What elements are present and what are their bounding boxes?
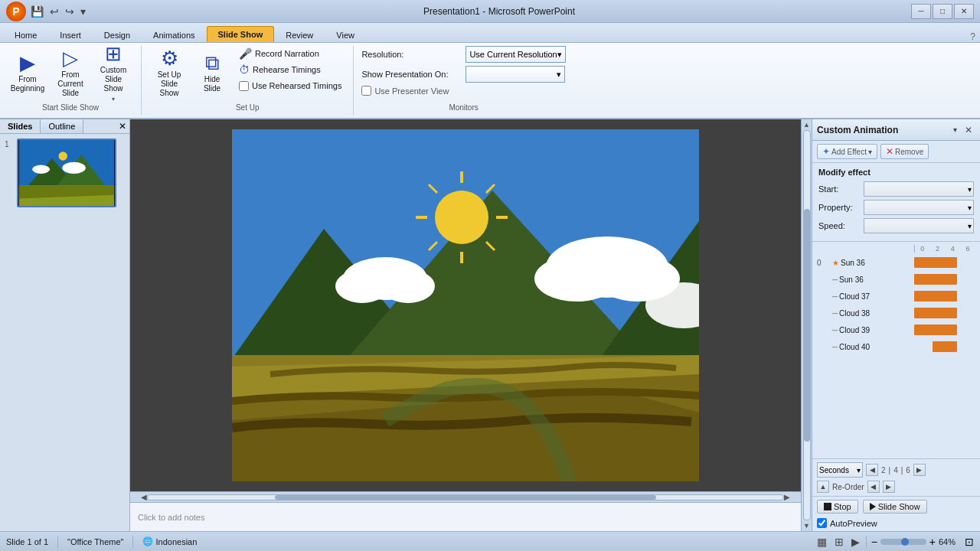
left-panel: Slides Outline ✕ 1 [0,119,130,531]
use-presenter-view-row[interactable]: Use Presenter View [361,86,565,96]
status-right: ▦ ⊞ ▶ − + 64% ⊡ [815,536,974,548]
save-button[interactable]: 💾 [29,4,45,19]
panel-close-button[interactable]: ✕ [116,119,129,133]
slide-info: Slide 1 of 1 [6,537,48,546]
svg-point-33 [577,240,653,279]
add-effect-button[interactable]: ✦ Add Effect ▾ [817,144,877,159]
speed-select[interactable]: ▾ [864,218,974,233]
show-on-select[interactable]: ▾ [466,66,565,83]
anim-item-sun36-2[interactable]: ─ Sun 36 [812,271,980,288]
play-icon [870,503,876,510]
property-select[interactable]: ▾ [864,200,974,215]
resolution-select[interactable]: Use Current Resolution ▾ [466,46,565,63]
zoom-thumb[interactable] [901,538,909,546]
tab-insert[interactable]: Insert [48,27,93,42]
slide-show-play-button[interactable]: Slide Show [863,500,927,514]
slides-tab[interactable]: Slides [0,119,41,133]
zoom-in-button[interactable]: + [929,536,936,548]
record-narration-button[interactable]: 🎤 Record Narration [235,46,345,61]
horizontal-scrollbar[interactable]: ◀ ▶ [130,491,801,502]
vertical-scrollbar[interactable]: ▲ ▼ [801,119,812,531]
custom-slide-show-button[interactable]: ⊞ CustomSlide Show ▾ [93,46,133,98]
custom-animation-header: Custom Animation ▾ ✕ [812,119,980,141]
panel-collapse-button[interactable]: ▾ [948,123,962,137]
canvas-area: ◀ ▶ Click to add notes [130,119,801,531]
timeline-controls: Seconds ▾ ◀ 2 | 4 | 6 ▶ ▲ Re-Order ◀ ▶ [812,458,980,496]
tab-animations[interactable]: Animations [142,27,206,42]
notes-area[interactable]: Click to add notes [130,502,801,531]
cloud40-icon: ─ [832,343,838,351]
from-beginning-button[interactable]: ▶ FromBeginning [8,46,47,98]
normal-view-button[interactable]: ▦ [815,536,828,548]
zoom-out-button[interactable]: − [871,536,877,548]
hide-slide-button[interactable]: ⧉ HideSlide [192,46,232,98]
start-row: Start: ▾ [818,181,974,197]
slide-show-label: Slide Show [878,502,920,511]
zoom-slider[interactable] [880,539,926,545]
anim-item-cloud40[interactable]: ─ Cloud 40 [812,338,980,355]
anim-bar-fill-cloud39 [914,324,957,335]
reorder-prev-button[interactable]: ◀ [867,481,880,493]
panel-close-button-right[interactable]: ✕ [962,123,975,137]
slide-canvas[interactable] [130,119,801,491]
reorder-label: Re-Order [832,483,864,491]
maximize-button[interactable]: □ [933,4,952,19]
anim-name-sun36-2: Sun 36 [839,276,914,284]
anim-bar-sun36-1 [914,257,975,268]
h-scroll-track[interactable] [147,494,784,500]
add-effect-arrow: ▾ [868,148,872,156]
property-select-arrow: ▾ [968,204,972,212]
undo-button[interactable]: ↩ [48,4,60,19]
autopreview-checkbox[interactable] [817,518,827,528]
svg-point-16 [435,191,488,244]
anim-order-0: 0 [817,259,832,267]
reorder-up-button[interactable]: ▲ [817,481,829,493]
language-indicator[interactable]: 🌐 Indonesian [142,536,197,546]
tab-home[interactable]: Home [3,27,48,42]
anim-item-cloud39[interactable]: ─ Cloud 39 [812,321,980,338]
tab-design[interactable]: Design [93,27,142,42]
reorder-next-button[interactable]: ▶ [883,481,895,493]
redo-button[interactable]: ↪ [64,4,76,19]
from-current-slide-button[interactable]: ▷ FromCurrent Slide [51,46,90,98]
rehearse-timings-button[interactable]: ⏱ Rehearse Timings [235,62,345,77]
ribbon-group-setup: ⚙ Set UpSlide Show ⧉ HideSlide 🎤 Record … [142,46,354,115]
use-presenter-view-checkbox[interactable] [361,86,371,96]
svg-point-7 [62,162,86,174]
h-scroll-thumb[interactable] [275,495,656,500]
anim-name-cloud37: Cloud 37 [839,292,914,301]
use-rehearsed-timings-check[interactable]: Use Rehearsed Timings [235,78,345,93]
autopreview-row: AutoPreview [812,517,980,531]
show-on-label: Show Presentation On: [361,70,461,79]
seconds-select[interactable]: Seconds ▾ [817,462,863,478]
slide-preview-1[interactable] [17,139,116,207]
close-button[interactable]: ✕ [954,4,974,19]
anim-item-cloud37[interactable]: ─ Cloud 37 [812,288,980,305]
timeline-prev-button[interactable]: ◀ [866,464,878,476]
customize-quick-access[interactable]: ▾ [79,4,87,19]
anim-item-cloud38[interactable]: ─ Cloud 38 [812,305,980,321]
tab-review[interactable]: Review [274,27,325,42]
v-scroll-track[interactable] [803,130,811,520]
outline-tab[interactable]: Outline [41,119,83,133]
slideshow-view-button[interactable]: ▶ [850,536,861,548]
set-up-slide-show-button[interactable]: ⚙ Set UpSlide Show [149,46,189,98]
setup-small-buttons: 🎤 Record Narration ⏱ Rehearse Timings Us… [235,46,345,107]
anim-item-sun36-1[interactable]: 0 ★ Sun 36 [812,254,980,271]
tab-view[interactable]: View [325,27,366,42]
timeline-next-button[interactable]: ▶ [913,464,926,476]
stop-button[interactable]: Stop [817,500,858,514]
cloud39-icon: ─ [832,326,838,334]
tab-slideshow[interactable]: Slide Show [207,26,275,42]
ribbon-options[interactable]: ? [970,31,980,42]
slide-sorter-button[interactable]: ⊞ [833,536,845,548]
use-rehearsed-timings-checkbox[interactable] [239,81,249,91]
office-logo[interactable]: P [6,2,26,21]
rehearse-timings-label: Rehearse Timings [253,65,321,74]
fit-window-button[interactable]: ⊡ [965,536,974,548]
remove-button[interactable]: ✕ Remove [880,144,929,159]
start-select[interactable]: ▾ [864,181,974,197]
v-scroll-thumb[interactable] [804,209,810,442]
show-on-dropdown-arrow: ▾ [557,70,561,80]
minimize-button[interactable]: ─ [911,4,931,19]
